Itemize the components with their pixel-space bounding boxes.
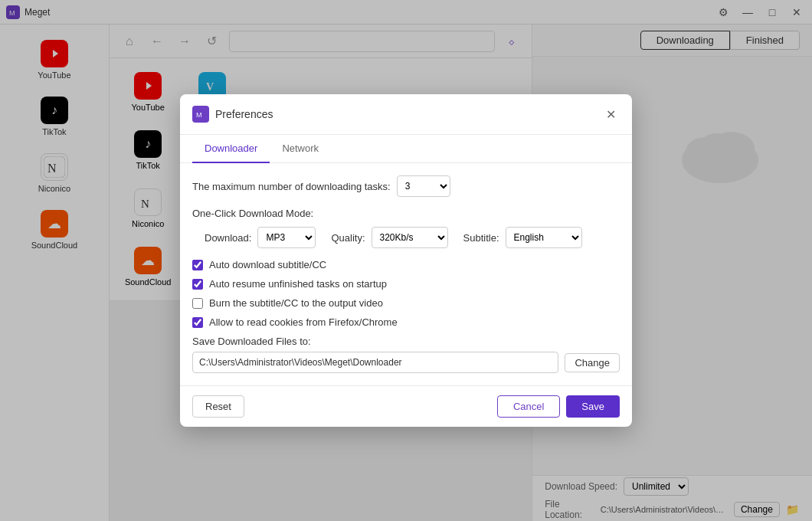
checkbox-burn-subtitle: Burn the subtitle/CC to the output video — [192, 297, 620, 309]
save-button[interactable]: Save — [566, 395, 620, 418]
max-tasks-select[interactable]: 3 1 2 4 5 — [397, 175, 450, 197]
save-path-section: Save Downloaded Files to: Change — [192, 336, 620, 373]
subtitle-label: Subtitle: — [463, 232, 499, 244]
one-click-section: One-Click Download Mode: — [192, 208, 620, 219]
modal-footer: Reset Cancel Save — [180, 385, 632, 427]
svg-text:M: M — [196, 111, 202, 119]
subtitle-select[interactable]: English Spanish French Chinese — [506, 227, 582, 248]
burn-subtitle-checkbox[interactable] — [192, 298, 203, 309]
one-click-label: One-Click Download Mode: — [192, 208, 313, 219]
modal-title: Preferences — [215, 108, 601, 120]
burn-subtitle-label[interactable]: Burn the subtitle/CC to the output video — [209, 297, 383, 309]
tab-downloader[interactable]: Downloader — [192, 135, 270, 163]
download-format-label: Download: — [205, 232, 251, 244]
allow-cookies-label[interactable]: Allow to read cookies from Firefox/Chrom… — [209, 316, 398, 328]
preferences-modal: M Preferences ✕ Downloader Network The m… — [180, 94, 632, 427]
reset-button[interactable]: Reset — [192, 395, 244, 418]
save-path-input[interactable] — [192, 352, 558, 373]
quality-label: Quality: — [331, 232, 365, 244]
cancel-button[interactable]: Cancel — [497, 395, 560, 418]
auto-resume-label[interactable]: Auto resume unfinished tasks on startup — [209, 278, 387, 290]
auto-subtitle-checkbox[interactable] — [192, 260, 203, 270]
max-tasks-label: The maximum number of downloading tasks: — [192, 181, 391, 192]
allow-cookies-checkbox[interactable] — [192, 317, 203, 328]
save-path-row: Change — [192, 352, 620, 373]
one-click-options-row: Download: MP3 MP4 Original Quality: 128K… — [192, 227, 620, 248]
modal-logo: M — [192, 106, 209, 123]
modal-header: M Preferences ✕ — [180, 94, 632, 135]
save-path-label: Save Downloaded Files to: — [192, 336, 620, 347]
footer-actions: Cancel Save — [497, 395, 620, 418]
modal-close-button[interactable]: ✕ — [601, 105, 620, 123]
tab-network[interactable]: Network — [270, 135, 331, 163]
checkbox-auto-resume: Auto resume unfinished tasks on startup — [192, 278, 620, 290]
modal-body: The maximum number of downloading tasks:… — [180, 163, 632, 385]
quality-select[interactable]: 128Kb/s 192Kb/s 256Kb/s 320Kb/s — [372, 227, 448, 248]
download-format-select[interactable]: MP3 MP4 Original — [257, 227, 316, 248]
auto-subtitle-label[interactable]: Auto download subtitle/CC — [209, 259, 326, 270]
save-path-change-button[interactable]: Change — [565, 353, 620, 372]
auto-resume-checkbox[interactable] — [192, 279, 203, 290]
checkbox-allow-cookies: Allow to read cookies from Firefox/Chrom… — [192, 316, 620, 328]
modal-tabs: Downloader Network — [180, 135, 632, 163]
checkbox-auto-subtitle: Auto download subtitle/CC — [192, 259, 620, 270]
max-tasks-row: The maximum number of downloading tasks:… — [192, 175, 620, 197]
